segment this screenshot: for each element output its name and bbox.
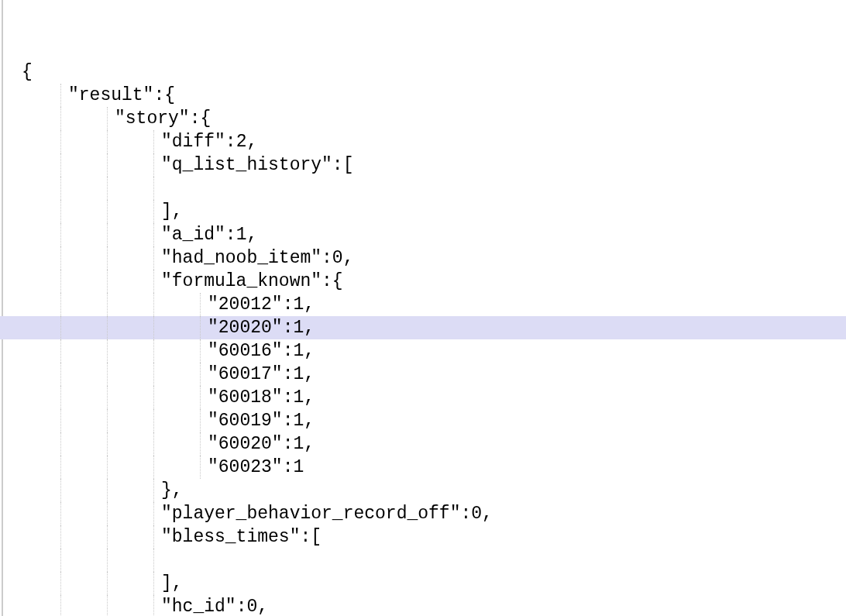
token-punct: : [460, 504, 471, 524]
token-num: 1 [293, 341, 304, 361]
token-num: 1 [293, 457, 304, 477]
token-key: "60017" [208, 364, 283, 384]
code-text: "story":{ [8, 108, 211, 129]
token-num: 0 [246, 597, 257, 616]
token-punct: , [304, 318, 315, 338]
code-text: { [8, 62, 33, 82]
token-num: 1 [236, 225, 247, 245]
code-text: "formula_known":{ [8, 271, 343, 291]
token-punct: : [283, 294, 294, 315]
token-punct: : [283, 318, 294, 338]
code-line[interactable]: "20012":1, [0, 293, 846, 316]
token-punct: : [283, 364, 294, 384]
code-text: ], [8, 573, 183, 594]
token-punct: , [304, 387, 315, 408]
code-text: "hc_id":0, [8, 597, 268, 616]
code-text: "a_id":1, [8, 225, 257, 245]
code-text: "diff":2, [8, 132, 257, 152]
token-punct: , [304, 294, 315, 315]
token-key: "formula_known" [161, 271, 322, 291]
token-num: 0 [471, 504, 482, 524]
code-line[interactable]: "formula_known":{ [0, 270, 846, 293]
token-key: "diff" [161, 132, 225, 152]
code-line[interactable]: }, [0, 479, 846, 502]
code-line[interactable] [0, 177, 846, 200]
token-key: "bless_times" [161, 527, 300, 547]
token-num: 1 [293, 387, 304, 408]
token-punct: { [22, 62, 33, 82]
code-text: "had_noob_item":0, [8, 248, 353, 268]
code-line[interactable]: "bless_times":[ [0, 525, 846, 549]
token-key: "q_list_history" [161, 155, 332, 175]
token-key: "a_id" [161, 225, 225, 245]
token-punct: , [246, 225, 257, 245]
code-text [8, 550, 161, 570]
code-line[interactable]: "result":{ [0, 84, 846, 107]
token-punct: ], [161, 573, 183, 594]
token-punct: }, [161, 480, 183, 501]
token-num: 1 [293, 411, 304, 431]
code-line[interactable]: "20020":1, [0, 316, 846, 339]
code-text: "q_list_history":[ [8, 155, 353, 175]
code-text: "result":{ [8, 85, 175, 105]
token-key: "had_noob_item" [161, 248, 322, 268]
code-line[interactable]: "diff":2, [0, 130, 846, 153]
code-text: "20012":1, [8, 294, 315, 315]
code-line[interactable]: "60018":1, [0, 386, 846, 409]
token-key: "60016" [208, 341, 283, 361]
token-key: "60023" [208, 457, 283, 477]
token-key: "result" [68, 85, 153, 105]
code-line[interactable]: "a_id":1, [0, 223, 846, 246]
code-line[interactable]: "60023":1 [0, 456, 846, 479]
code-text: "bless_times":[ [8, 527, 322, 547]
code-text: "60016":1, [8, 341, 315, 361]
token-punct: , [304, 341, 315, 361]
code-text: "60018":1, [8, 387, 315, 408]
token-punct: : [236, 597, 247, 616]
code-line[interactable]: "60016":1, [0, 339, 846, 363]
code-line[interactable]: ], [0, 200, 846, 223]
token-punct: , [343, 248, 354, 268]
token-key: "60020" [208, 434, 283, 454]
code-line[interactable]: "player_behavior_record_off":0, [0, 502, 846, 525]
token-key: "player_behavior_record_off" [161, 504, 460, 524]
token-punct: ], [161, 201, 183, 222]
code-line[interactable]: "had_noob_item":0, [0, 246, 846, 270]
code-line[interactable]: { [0, 60, 846, 84]
code-text: }, [8, 480, 183, 501]
token-key: "story" [115, 108, 190, 129]
token-punct: :{ [190, 108, 212, 129]
code-text [8, 178, 161, 198]
token-num: 1 [293, 364, 304, 384]
token-punct: , [304, 434, 315, 454]
code-text: "60023":1 [8, 457, 304, 477]
token-punct: : [283, 457, 294, 477]
token-punct: : [225, 225, 236, 245]
token-key: "60019" [208, 411, 283, 431]
token-punct: : [283, 387, 294, 408]
token-key: "60018" [208, 387, 283, 408]
code-line[interactable]: "60019":1, [0, 409, 846, 432]
code-text: ], [8, 201, 183, 222]
code-line[interactable]: "hc_id":0, [0, 595, 846, 616]
token-punct: , [482, 504, 493, 524]
token-num: 1 [293, 294, 304, 315]
token-punct: , [304, 411, 315, 431]
code-line[interactable]: "60020":1, [0, 432, 846, 456]
code-text: "20020":1, [8, 318, 315, 338]
code-line[interactable]: "q_list_history":[ [0, 153, 846, 177]
code-line[interactable]: "60017":1, [0, 363, 846, 386]
token-key: "20012" [208, 294, 283, 315]
token-punct: : [283, 341, 294, 361]
code-line[interactable] [0, 549, 846, 572]
code-line[interactable]: ], [0, 572, 846, 595]
token-punct: , [257, 597, 268, 616]
token-punct: :{ [153, 85, 175, 105]
token-punct: : [225, 132, 236, 152]
token-num: 1 [293, 318, 304, 338]
token-punct: : [283, 411, 294, 431]
code-text: "player_behavior_record_off":0, [8, 504, 493, 524]
code-line[interactable]: "story":{ [0, 107, 846, 130]
code-text: "60019":1, [8, 411, 315, 431]
code-editor[interactable]: {"result":{"story":{"diff":2,"q_list_his… [0, 0, 846, 616]
